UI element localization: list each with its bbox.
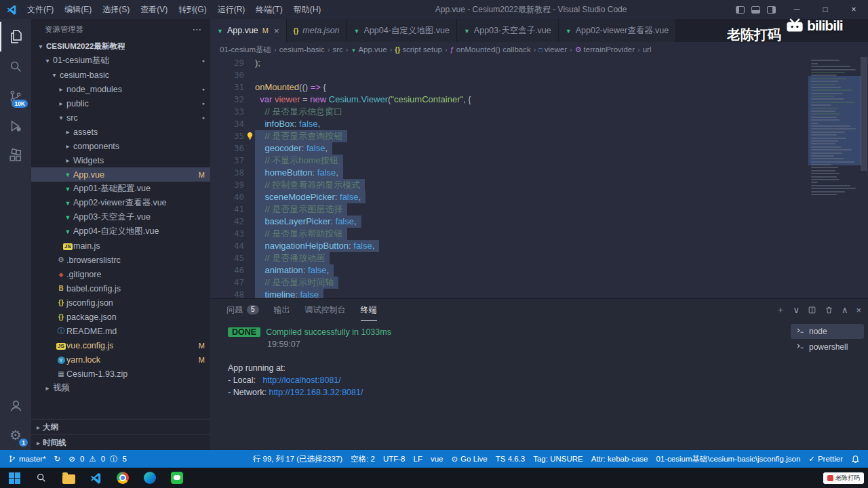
timeline-section[interactable]: ▸时间线: [31, 434, 210, 450]
tree-item[interactable]: JSmain.js: [31, 239, 210, 253]
terminal-session-powershell[interactable]: powershell: [791, 340, 864, 354]
terminal-output[interactable]: DONECompiled successfully in 1033ms19:59…: [210, 321, 789, 450]
start-button-icon[interactable]: [4, 468, 24, 488]
status-notifications-bell[interactable]: [847, 450, 864, 468]
maximize-button[interactable]: □: [811, 0, 840, 19]
kill-terminal-icon[interactable]: [825, 306, 833, 314]
breadcrumb-item[interactable]: url: [643, 45, 652, 54]
breadcrumb-item[interactable]: {}script setup: [395, 45, 442, 54]
vscode-logo-icon[interactable]: [5, 3, 18, 16]
menu-item[interactable]: 查看(V): [135, 0, 173, 19]
status-indentation[interactable]: 空格: 2: [347, 450, 379, 468]
breadcrumb-item[interactable]: src: [333, 45, 343, 54]
code-line[interactable]: 48 timeline: false: [210, 289, 868, 298]
activity-search-icon[interactable]: [0, 52, 31, 81]
code-line[interactable]: 33 // 是否显示信息窗口: [210, 106, 868, 118]
menu-item[interactable]: 帮助(H): [288, 0, 327, 19]
tree-item[interactable]: ▼App02-viewer查看器.vue: [31, 196, 210, 210]
tree-item[interactable]: ▸public●: [31, 96, 210, 110]
code-line[interactable]: 40 sceneModePicker: false,: [210, 191, 868, 203]
tree-item[interactable]: ▸assets: [31, 125, 210, 139]
taskbar-search-icon[interactable]: [31, 468, 52, 488]
breadcrumb-item[interactable]: 01-cesium基础: [220, 45, 271, 55]
close-button[interactable]: ×: [840, 0, 868, 19]
code-line[interactable]: 45 // 是否播放动画: [210, 252, 868, 264]
tree-item[interactable]: ▸components: [31, 139, 210, 153]
code-line[interactable]: 44 navigationHelpButton: false,: [210, 240, 868, 252]
toggle-panel-icon[interactable]: [751, 6, 760, 14]
code-line[interactable]: 47 // 是否显示时间轴: [210, 277, 868, 289]
menu-item[interactable]: 转到(G): [173, 0, 212, 19]
code-line[interactable]: 39 // 控制查看器的显示模式: [210, 179, 868, 191]
activity-explorer-icon[interactable]: [0, 22, 31, 52]
code-line[interactable]: 41 // 是否显示图层选择: [210, 203, 868, 216]
status-active-file-path[interactable]: 01-cesium基础\cesium-basic\jsconfig.json: [652, 450, 804, 468]
editor-tab[interactable]: {}meta.json: [287, 19, 347, 42]
close-tab-icon[interactable]: ×: [274, 26, 279, 36]
editor-tab[interactable]: ▼App04-自定义地图.vue: [347, 19, 457, 42]
taskbar-file-explorer-icon[interactable]: [58, 468, 79, 488]
status-attr-setting[interactable]: Attr: kebab-case: [587, 450, 652, 468]
terminal-link[interactable]: http://192.168.3.32:8081/: [269, 388, 363, 397]
activity-extensions-icon[interactable]: [0, 141, 31, 171]
tree-item[interactable]: ▼App.vueM: [31, 167, 210, 182]
tree-item[interactable]: ▸node_modules●: [31, 82, 210, 96]
tree-item[interactable]: {}jsconfig.json: [31, 296, 210, 310]
breadcrumb-item[interactable]: cesium-basic: [279, 45, 325, 54]
terminal-session-node[interactable]: node: [791, 324, 864, 339]
minimap[interactable]: [811, 58, 859, 298]
status-language-mode[interactable]: vue: [427, 450, 448, 468]
tree-item[interactable]: ▼App04-自定义地图.vue: [31, 224, 210, 239]
status-typescript-version[interactable]: TS 4.6.3: [492, 450, 529, 468]
tree-item[interactable]: ▦Cesium-1.93.zip: [31, 367, 210, 381]
code-line[interactable]: 35 // 是否显示查询按钮: [210, 130, 868, 142]
outline-section[interactable]: ▸大纲: [31, 419, 210, 434]
tree-item[interactable]: ▾src●: [31, 110, 210, 125]
tree-item[interactable]: ▸视频: [31, 381, 210, 395]
split-terminal-icon[interactable]: [808, 306, 816, 314]
code-line[interactable]: 42 baseLayerPicker: false,: [210, 216, 868, 228]
menu-item[interactable]: 终端(T): [250, 0, 288, 19]
status-eol[interactable]: LF: [410, 450, 427, 468]
menu-item[interactable]: 编辑(E): [59, 0, 97, 19]
code-line[interactable]: 38 homeButton: false,: [210, 167, 868, 179]
more-actions-icon[interactable]: ⋯: [193, 24, 203, 35]
editor-tab[interactable]: ▼App03-天空盒子.vue: [457, 19, 559, 42]
breadcrumb-item[interactable]: □viewer: [538, 45, 567, 54]
tree-item[interactable]: JSvue.config.jsM: [31, 338, 210, 352]
panel-tab[interactable]: 输出: [274, 299, 290, 321]
new-terminal-icon[interactable]: ＋: [776, 304, 785, 316]
tree-item[interactable]: ▸Widgets: [31, 153, 210, 167]
menu-item[interactable]: 运行(R): [212, 0, 251, 19]
panel-tab[interactable]: 终端: [361, 299, 377, 321]
status-cursor-position[interactable]: 行 99, 列 17 (已选择2337): [249, 450, 347, 468]
minimize-button[interactable]: ─: [783, 0, 811, 19]
taskbar-edge-icon[interactable]: [140, 468, 160, 488]
activity-settings-icon[interactable]: ⚙1: [0, 420, 31, 450]
scrollbar-thumb[interactable]: [861, 57, 867, 171]
git-branch-status[interactable]: master*: [4, 450, 50, 468]
menu-item[interactable]: 选择(S): [97, 0, 135, 19]
status-tag-setting[interactable]: Tag: UNSURE: [529, 450, 587, 468]
breadcrumb-item[interactable]: ▼App.vue: [351, 45, 387, 54]
code-line[interactable]: 31onMounted(() => {: [210, 81, 868, 94]
code-editor[interactable]: 29);3031onMounted(() => {32 var viewer =…: [210, 57, 868, 298]
breadcrumb-item[interactable]: ƒonMounted() callback: [450, 45, 531, 54]
tree-item[interactable]: ▾cesium-basic: [31, 68, 210, 82]
terminal-link[interactable]: http://localhost:8081/: [262, 375, 340, 385]
code-line[interactable]: 34 infoBox: false,: [210, 118, 868, 130]
code-line[interactable]: 32 var viewer = new Cesium.Viewer("cesiu…: [210, 94, 868, 106]
status-prettier[interactable]: ✓Prettier: [804, 450, 847, 468]
sync-changes-icon[interactable]: ↻: [50, 450, 65, 468]
tree-item[interactable]: ▼App03-天空盒子.vue: [31, 210, 210, 224]
status-go-live[interactable]: ⊙Go Live: [447, 450, 491, 468]
toggle-sidebar-icon[interactable]: [736, 6, 745, 14]
tree-item[interactable]: ⓘREADME.md: [31, 324, 210, 338]
editor-tab[interactable]: ▼App02-viewer查看器.vue: [559, 19, 676, 42]
tree-item[interactable]: Bbabel.config.js: [31, 281, 210, 296]
taskbar-chat-icon[interactable]: [167, 468, 187, 488]
problems-status[interactable]: ⊘0⚠0ⓘ5: [64, 450, 133, 468]
activity-run-debug-icon[interactable]: [0, 111, 31, 141]
tree-item[interactable]: ⚙.browserslistrc: [31, 253, 210, 267]
tree-item[interactable]: ▼App01-基础配置.vue: [31, 182, 210, 196]
